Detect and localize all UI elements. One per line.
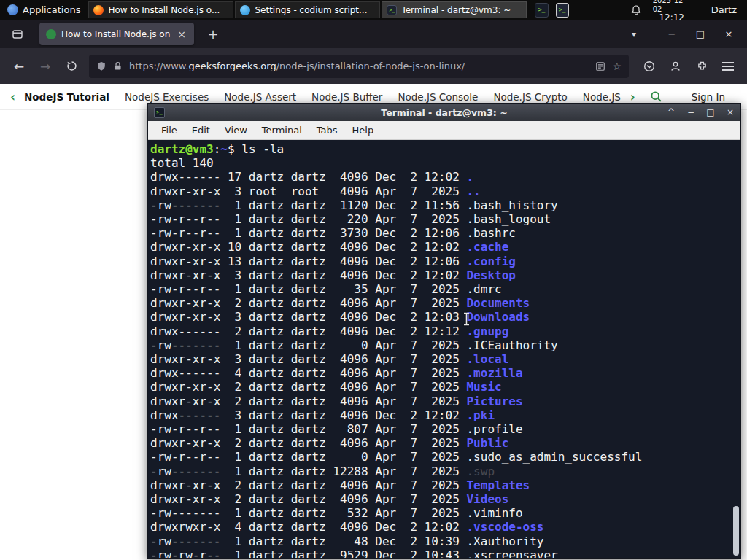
task-button-title: How to Install Node.js o...: [108, 5, 220, 15]
terminal-menu-tabs[interactable]: Tabs: [309, 122, 345, 138]
url-path: /node-js/installation-of-node-js-on-linu…: [276, 61, 465, 71]
list-all-tabs-icon[interactable]: ▾: [632, 29, 636, 39]
terminal-line: dartz@vm3:~$ ls -la: [150, 142, 740, 156]
terminal-glyph: >_: [559, 7, 566, 13]
applications-menu-button[interactable]: Applications: [0, 0, 88, 20]
terminal-close-button[interactable]: ×: [726, 107, 735, 117]
clock-time: 12:12: [659, 13, 684, 23]
terminal-line: drwxr-xr-x 2 dartz dartz 4096 Apr 7 2025…: [150, 492, 740, 506]
terminal-line: drwxr-xr-x 2 dartz dartz 4096 Apr 7 2025…: [150, 478, 740, 492]
applications-label: Applications: [23, 4, 80, 15]
sign-in-button[interactable]: Sign In: [692, 91, 725, 103]
terminal-titlebar[interactable]: Terminal - dartz@vm3: ~ >_ ^ − □ ×: [148, 104, 740, 121]
terminal-line: drwxr-xr-x 10 dartz dartz 4096 Dec 2 12:…: [150, 240, 740, 254]
tray-terminal-icon[interactable]: >_: [535, 3, 548, 18]
forward-button[interactable]: →: [34, 55, 57, 77]
terminal-maximize-button[interactable]: □: [706, 107, 715, 117]
search-icon[interactable]: [650, 90, 662, 103]
system-tray: >_ >_ 2025-12-02 12:12 Dartz: [527, 0, 747, 23]
window-minimize-button[interactable]: −: [667, 28, 677, 39]
site-nav-link[interactable]: Node.JS Assert: [224, 91, 296, 103]
terminal-glyph: >_: [538, 7, 546, 13]
gfg-favicon: [46, 29, 56, 39]
terminal-scrollbar-thumb[interactable]: [733, 506, 739, 556]
terminal-window-controls: ^ − □ ×: [667, 107, 735, 117]
firefox-view-icon[interactable]: [7, 24, 28, 44]
url-bar[interactable]: https://www.geeksforgeeks.org/node-js/in…: [89, 55, 629, 78]
applications-icon: [7, 4, 18, 15]
terminal-window: Terminal - dartz@vm3: ~ >_ ^ − □ × FileE…: [147, 103, 741, 559]
terminal-line: drwx------ 17 dartz dartz 4096 Dec 2 12:…: [150, 170, 740, 184]
notifications-bell-icon[interactable]: [630, 4, 642, 16]
terminal-glyph: >_: [156, 109, 162, 115]
terminal-line: drwxr-xr-x 3 root root 4096 Apr 7 2025 .…: [150, 184, 740, 198]
terminal-line: drwxr-xr-x 2 dartz dartz 4096 Apr 7 2025…: [150, 436, 740, 450]
terminal-line: drwxr-xr-x 2 dartz dartz 4096 Apr 7 2025…: [150, 394, 740, 408]
terminal-line: -rw------- 1 dartz dartz 532 Apr 7 2025 …: [150, 506, 740, 520]
terminal-line: -rw-r--r-- 1 dartz dartz 35 Apr 7 2025 .…: [150, 282, 740, 296]
terminal-line: -rw-r--r-- 1 dartz dartz 3730 Dec 2 12:0…: [150, 226, 740, 240]
panel-clock[interactable]: 2025-12-02 12:12: [653, 0, 691, 23]
nav-scroll-right-icon[interactable]: ›: [629, 90, 637, 104]
account-icon[interactable]: [664, 55, 687, 77]
menu-hamburger-icon[interactable]: [716, 55, 740, 77]
site-nav-links: NodeJS TutorialNodeJS ExercisesNode.JS A…: [24, 91, 622, 103]
terminal-line: -rw------- 1 dartz dartz 48 Dec 2 10:39 …: [150, 534, 740, 548]
lock-icon[interactable]: [113, 61, 123, 71]
reload-button[interactable]: [60, 55, 83, 77]
site-nav-link[interactable]: NodeJS Tutorial: [24, 91, 109, 103]
site-nav-link[interactable]: Node.JS DNS: [583, 91, 622, 103]
task-button-title: Terminal - dartz@vm3: ~: [401, 5, 511, 15]
bookmark-star-icon[interactable]: ☆: [612, 61, 622, 72]
site-nav-link[interactable]: NodeJS Exercises: [125, 91, 209, 103]
terminal-shade-button[interactable]: ^: [667, 107, 676, 117]
nav-scroll-left-icon[interactable]: ‹: [9, 90, 17, 104]
terminal-line: -rw-rw-r-- 1 dartz dartz 9529 Dec 2 10:4…: [150, 548, 740, 558]
terminal-line: drwxr-xr-x 2 dartz dartz 4096 Apr 7 2025…: [150, 380, 740, 394]
window-close-button[interactable]: ×: [724, 28, 734, 39]
task-button-codium[interactable]: Settings - codium script...: [235, 1, 380, 18]
firefox-icon: [93, 5, 104, 15]
clock-date: 2025-12-02: [653, 0, 691, 13]
terminal-line: -rw-r--r-- 1 dartz dartz 807 Apr 7 2025 …: [150, 422, 740, 436]
site-nav-link[interactable]: Node.JS Buffer: [311, 91, 382, 103]
panel-task-buttons: How to Install Node.js o...Settings - co…: [88, 0, 527, 20]
task-button-terminal[interactable]: >_Terminal - dartz@vm3: ~: [382, 1, 527, 18]
terminal-line: -rw-r--r-- 1 dartz dartz 0 Apr 7 2025 .s…: [150, 450, 740, 464]
terminal-minimize-button[interactable]: −: [686, 107, 695, 117]
terminal-menu-edit[interactable]: Edit: [185, 122, 217, 138]
shield-icon[interactable]: [96, 61, 107, 71]
terminal-line: -rw-r--r-- 1 dartz dartz 220 Apr 7 2025 …: [150, 212, 740, 226]
site-nav-link[interactable]: Node.JS Console: [398, 91, 478, 103]
user-label: Dartz: [711, 4, 737, 15]
extensions-icon[interactable]: [690, 55, 713, 77]
terminal-line: drwxr-xr-x 3 dartz dartz 4096 Dec 2 12:0…: [150, 268, 740, 282]
terminal-line: -rw------- 1 dartz dartz 12288 Apr 7 202…: [150, 464, 740, 478]
terminal-output: dartz@vm3:~$ ls -latotal 140drwx------ 1…: [150, 142, 740, 558]
terminal-menubar: FileEditViewTerminalTabsHelp: [148, 121, 740, 140]
terminal-menu-help[interactable]: Help: [345, 122, 382, 138]
reader-mode-icon[interactable]: [595, 61, 605, 71]
task-button-firefox[interactable]: How to Install Node.js o...: [88, 1, 233, 18]
terminal-line: drwxr-xr-x 3 dartz dartz 4096 Dec 2 12:0…: [150, 310, 740, 324]
terminal-line: drwx------ 2 dartz dartz 4096 Dec 2 12:1…: [150, 324, 740, 338]
terminal-menu-file[interactable]: File: [154, 122, 185, 138]
back-button[interactable]: ←: [7, 55, 31, 77]
terminal-line: -rw------- 1 dartz dartz 0 Apr 7 2025 .I…: [150, 338, 740, 352]
site-nav-link[interactable]: Node.JS Crypto: [493, 91, 567, 103]
mouse-cursor-ibeam: [462, 312, 471, 326]
new-tab-button[interactable]: +: [203, 26, 223, 42]
top-panel: Applications How to Install Node.js o...…: [0, 0, 747, 20]
terminal-menu-view[interactable]: View: [217, 122, 255, 138]
terminal-line: total 140: [150, 156, 740, 170]
browser-window-controls: − □ ×: [667, 28, 734, 39]
terminal-menu-terminal[interactable]: Terminal: [255, 122, 309, 138]
pocket-icon[interactable]: [638, 55, 661, 77]
window-maximize-button[interactable]: □: [695, 28, 705, 39]
browser-tab[interactable]: How to Install Node.js on ×: [39, 23, 194, 45]
tab-bar: How to Install Node.js on × + ▾ − □ ×: [0, 20, 747, 48]
tab-close-icon[interactable]: ×: [176, 28, 187, 40]
url-domain: geeksforgeeks.org: [188, 61, 276, 71]
terminal-screen[interactable]: dartz@vm3:~$ ls -latotal 140drwx------ 1…: [148, 140, 740, 558]
tray-terminal-icon-focused[interactable]: >_: [556, 3, 569, 18]
